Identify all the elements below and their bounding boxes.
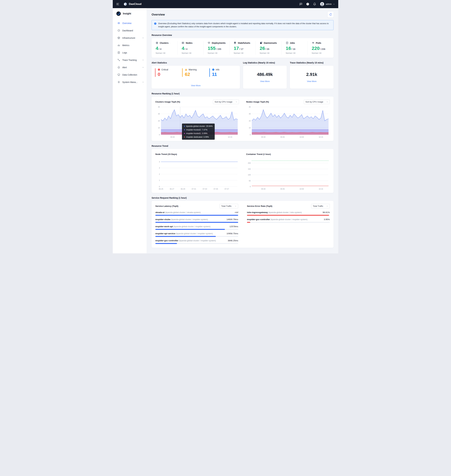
stat-jobs: Jobs 16/ 16 Normal / All: [282, 41, 307, 55]
stat-value: 4: [182, 46, 184, 51]
latency-bar: [155, 229, 238, 230]
latency-row: mspider-api-service (kpanda-global-clust…: [155, 232, 238, 237]
topbar: DaoCloud ? admin: [113, 0, 338, 8]
brand-name: DaoCloud: [129, 2, 141, 6]
error-row: mspider-gsc-controller (kpanda-global-cl…: [247, 218, 330, 223]
clusters-usage-chart[interactable]: 01020304009:3009:4510:0010:15: [155, 105, 239, 139]
error-bar: [247, 215, 330, 216]
sidebar-item-label: System Mana...: [122, 81, 138, 84]
deployments-icon: [208, 42, 210, 44]
resource-trend-title: Resource Trend: [152, 145, 333, 147]
alerts-view-more-link[interactable]: View More: [155, 84, 237, 87]
svg-text:4: 4: [159, 161, 160, 163]
chevron-down-icon: [236, 101, 237, 103]
svg-text:30: 30: [158, 113, 160, 115]
refresh-button[interactable]: [328, 12, 333, 18]
stat-total: / 16: [291, 48, 295, 50]
stat-statefulsets: Statefulsets 17/ 17 Normal / All: [229, 41, 255, 55]
latency-filter-dropdown[interactable]: Total Traffic: [219, 204, 238, 208]
sidebar-item-label: Data Collection: [122, 74, 137, 76]
clusters-usage-title: Clusters Usage Top5 (%): [155, 101, 180, 103]
svg-text:10:00: 10:00: [300, 136, 304, 138]
stat-caption: Normal / All: [260, 52, 280, 54]
svg-text:40: 40: [249, 106, 251, 108]
daocloud-logo-icon: [123, 2, 127, 6]
sidebar-item-overview[interactable]: Overview: [113, 19, 147, 27]
resource-overview-title: Resource Overview: [152, 34, 333, 36]
warning-count: 62: [185, 72, 209, 77]
sidebar-item-label: Overview: [122, 22, 132, 25]
stat-deployments: Deployments 155/ 155 Normal / All: [203, 41, 229, 55]
svg-text:09:45: 09:45: [280, 188, 285, 190]
sidebar: Insight Overview Dashboard Infrastructur…: [113, 8, 147, 253]
svg-text:10:15: 10:15: [228, 136, 232, 138]
stat-value: 16: [286, 46, 291, 51]
nodes-sort-dropdown[interactable]: Sort by CPU Usage: [304, 100, 330, 104]
messages-icon[interactable]: [299, 2, 302, 6]
stat-caption: Normal / All: [234, 52, 254, 54]
chevron-down-icon: [326, 101, 328, 103]
sidebar-item-logs[interactable]: Logs: [113, 49, 147, 56]
svg-text:10:00: 10:00: [209, 136, 213, 138]
info-count: 11: [212, 72, 237, 77]
latency-bar: [155, 236, 238, 237]
jobs-icon: [286, 42, 288, 44]
sidebar-item-label: Dashboard: [122, 29, 133, 32]
svg-text:09:30: 09:30: [261, 136, 266, 138]
sidebar-item-infrastructure[interactable]: Infrastructure: [113, 34, 147, 42]
error-filter-dropdown[interactable]: Total Traffic: [311, 204, 330, 208]
sidebar-item-label: Infrastructure: [122, 37, 135, 39]
stat-value: 155: [208, 46, 215, 51]
banner-text: Overview (Excluding Alert Statistics) on…: [158, 22, 331, 28]
resource-overview-card: Clusters 4/ 4 Normal / All Nodes 4/ 4 No…: [152, 38, 333, 58]
clusters-sort-dropdown[interactable]: Sort by CPU Usage: [213, 100, 239, 104]
sidebar-item-system-management[interactable]: System Mana...: [113, 78, 147, 86]
sidebar-item-alert[interactable]: Alert: [113, 64, 147, 71]
service-ranking-card: Service Latency (Top5) Total Traffic sko…: [152, 201, 333, 248]
stat-total: / 26: [265, 48, 269, 50]
traces-view-more-link[interactable]: View More: [307, 80, 316, 83]
sidebar-item-metrics[interactable]: Metrics: [113, 42, 147, 49]
sidebar-item-dashboard[interactable]: Dashboard: [113, 27, 147, 34]
stat-value: 4: [156, 46, 158, 51]
menu-toggle-button[interactable]: [116, 2, 119, 6]
sidebar-item-trace-tracking[interactable]: Trace Tracking: [113, 56, 147, 64]
nodes-usage-chart[interactable]: 01020304009:3009:4510:0010:15: [246, 105, 330, 139]
trace-statistics-card: 2.91k View More: [290, 66, 333, 89]
avatar: [320, 2, 324, 6]
stat-caption: Normal / All: [156, 52, 176, 54]
help-icon[interactable]: ?: [306, 2, 309, 6]
logs-view-more-link[interactable]: View More: [260, 80, 270, 83]
log-count: 486.49k: [257, 72, 273, 77]
insight-logo-icon: [116, 11, 121, 16]
svg-text:09:30: 09:30: [170, 136, 175, 138]
svg-text:40: 40: [158, 106, 160, 108]
container-trend-chart[interactable]: 05010015020009:3009:4510:0010:15: [246, 157, 330, 191]
chevron-down-icon: [142, 37, 144, 39]
stat-total: / 236: [320, 48, 325, 50]
svg-text:09:45: 09:45: [280, 136, 285, 138]
stat-caption: Normal / All: [312, 52, 332, 54]
info-icon: [212, 68, 214, 71]
clusters-usage-panel: Clusters Usage Top5 (%) Sort by CPU Usag…: [155, 99, 239, 139]
page-title: Overview: [152, 13, 165, 16]
svg-text:0: 0: [159, 186, 160, 187]
svg-text:10:15: 10:15: [319, 188, 323, 190]
stat-caption: Normal / All: [208, 52, 228, 54]
brand-logo: DaoCloud: [123, 2, 141, 6]
svg-text:06-25: 06-25: [159, 188, 163, 190]
sidebar-item-label: Logs: [122, 51, 127, 54]
critical-count: 0: [158, 72, 182, 77]
node-trend-chart[interactable]: 0123406-2506-2706-2907-0107-0307-0507-07: [155, 157, 239, 191]
user-menu[interactable]: admin: [320, 2, 335, 6]
pods-icon: [312, 42, 314, 44]
sidebar-item-data-collection[interactable]: Data Collection: [113, 71, 147, 78]
svg-text:20: 20: [158, 120, 160, 122]
main-content: Overview Overview (Excluding Alert Stati…: [147, 8, 338, 253]
chevron-down-icon: [235, 205, 237, 207]
svg-text:10: 10: [249, 127, 251, 129]
notifications-bell-icon[interactable]: [313, 2, 316, 6]
chevron-down-icon: [142, 59, 144, 61]
product-name: Insight: [123, 12, 131, 15]
latency-row: mspider-ckube (kpanda-global-cluster / m…: [155, 218, 238, 223]
